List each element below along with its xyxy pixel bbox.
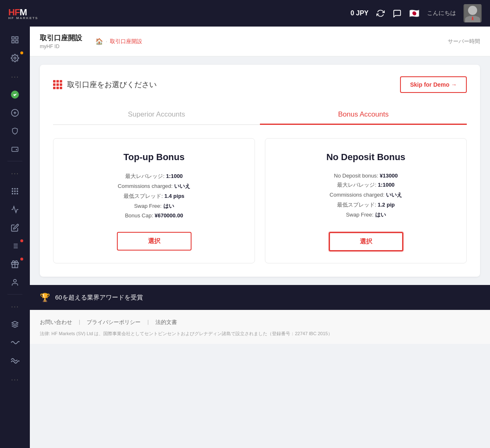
server-time: サーバー時間 — [448, 38, 480, 45]
svg-rect-15 — [17, 190, 18, 192]
sidebar-item-more4[interactable]: ··· — [5, 371, 25, 387]
svg-rect-3 — [16, 41, 18, 43]
account-select-title: 取引口座をお選びください — [67, 80, 157, 90]
greeting-text: こんにちは — [427, 10, 456, 17]
topup-detail-0: 最大レバレッジ: 1:1000 — [65, 173, 243, 180]
svg-rect-10 — [12, 188, 13, 190]
grid-icon — [53, 80, 62, 89]
svg-rect-11 — [14, 188, 15, 190]
settings-dot — [20, 51, 23, 54]
account-title-group: 取引口座をお選びください — [53, 80, 157, 90]
sidebar-item-wave2[interactable] — [5, 353, 25, 369]
sidebar-sep1 — [7, 161, 22, 161]
sidebar-item-chart[interactable] — [5, 201, 25, 218]
nodeposit-detail-2: Commissions charged: いいえ — [277, 191, 455, 199]
sidebar-item-grid[interactable] — [5, 183, 25, 200]
sidebar-item-deposit[interactable] — [5, 105, 25, 121]
footer-link-legal[interactable]: 法的文書 — [155, 319, 177, 326]
avatar[interactable] — [463, 4, 482, 22]
balance-display: 0 JPY — [350, 10, 369, 17]
logo[interactable]: HFM HF MARKETS — [8, 7, 38, 20]
svg-point-4 — [14, 57, 16, 59]
skip-demo-button[interactable]: Skip for Demo → — [400, 76, 467, 93]
footer-link-privacy[interactable]: プライバシーポリシー — [87, 319, 141, 326]
svg-rect-12 — [17, 188, 18, 190]
footer-link-contact[interactable]: お問い合わせ — [40, 319, 72, 326]
nodeposit-select-button[interactable]: 選択 — [329, 232, 403, 251]
flag-icon[interactable]: 🇯🇵 — [409, 8, 420, 18]
sidebar-item-list[interactable] — [5, 238, 25, 254]
sidebar-item-user[interactable] — [5, 274, 25, 291]
svg-rect-13 — [12, 190, 13, 192]
top-navigation: HFM HF MARKETS 0 JPY 🇯🇵 こんにちは — [0, 0, 490, 27]
page-title: 取引口座開設 — [40, 33, 82, 43]
sidebar-item-gift[interactable] — [5, 256, 25, 273]
svg-rect-0 — [12, 37, 15, 39]
page-header: 取引口座開設 myHF ID 🏠 · 取引口座開設 サーバー時間 — [30, 27, 490, 56]
nodeposit-details: No Deposit bonus: ¥13000 最大レバレッジ: 1:1000… — [277, 173, 455, 219]
sidebar-sep2 — [7, 294, 22, 295]
sidebar-item-wave[interactable] — [5, 334, 25, 351]
page-subtitle: myHF ID — [40, 44, 82, 49]
sidebar-item-more3[interactable]: ··· — [5, 298, 25, 314]
nodeposit-detail-0: No Deposit bonus: ¥13000 — [277, 173, 455, 179]
sidebar-item-analytics[interactable] — [5, 32, 25, 48]
sidebar-item-settings[interactable] — [5, 50, 25, 66]
sidebar: ··· ··· — [0, 27, 30, 448]
awards-banner: 🏆 60を超える業界アワードを受賞 — [30, 285, 490, 310]
content-area: 取引口座をお選びください Skip for Demo → Superior Ac… — [30, 56, 490, 285]
topup-detail-1: Commissions charged: いいえ — [65, 183, 243, 190]
trophy-icon: 🏆 — [40, 292, 50, 302]
svg-rect-16 — [12, 193, 13, 194]
topup-detail-3: Swap Free: はい — [65, 202, 243, 210]
topup-title: Top-up Bonus — [124, 152, 184, 163]
topnav-right: 0 JPY 🇯🇵 こんにちは — [350, 4, 482, 22]
nodeposit-detail-1: 最大レバレッジ: 1:1000 — [277, 181, 455, 189]
svg-rect-2 — [12, 41, 15, 43]
nodeposit-detail-3: 最低スプレッド: 1.2 pip — [277, 201, 455, 209]
accounts-row: Top-up Bonus 最大レバレッジ: 1:1000 Commissions… — [53, 138, 467, 263]
nodeposit-detail-4: Swap Free: はい — [277, 211, 455, 219]
footer-links: お問い合わせ | プライバシーポリシー | 法的文書 — [40, 319, 480, 326]
svg-point-27 — [14, 280, 17, 282]
breadcrumb: 🏠 · 取引口座開設 — [95, 38, 142, 45]
sidebar-item-more2[interactable]: ··· — [5, 165, 25, 181]
svg-rect-18 — [17, 193, 18, 194]
svg-rect-1 — [16, 37, 18, 39]
sidebar-item-layers[interactable] — [5, 316, 25, 333]
footer: お問い合わせ | プライバシーポリシー | 法的文書 法律: HF Market… — [30, 310, 490, 344]
footer-legal-text: 法律: HF Markets (SV) Ltd は、国際事業会社としてセントビン… — [40, 330, 480, 337]
sidebar-item-security[interactable] — [5, 123, 25, 139]
svg-marker-28 — [12, 321, 18, 325]
topup-detail-2: 最低スプレッド: 1.4 pips — [65, 192, 243, 200]
refresh-icon[interactable] — [376, 9, 385, 18]
account-box-nodeposit: No Deposit Bonus No Deposit bonus: ¥1300… — [265, 138, 467, 263]
nodeposit-title: No Deposit Bonus — [326, 152, 405, 163]
breadcrumb-sep: · — [106, 38, 107, 44]
account-card-header: 取引口座をお選びください Skip for Demo → — [53, 76, 467, 93]
list-dot — [20, 239, 23, 242]
svg-rect-9 — [12, 147, 18, 152]
home-icon[interactable]: 🏠 — [95, 38, 103, 45]
sidebar-item-wallet[interactable] — [5, 141, 25, 158]
account-box-topup: Top-up Bonus 最大レバレッジ: 1:1000 Commissions… — [53, 138, 255, 263]
logo-subtitle: HF MARKETS — [8, 16, 38, 20]
gift-dot — [20, 258, 23, 261]
main-content: 取引口座開設 myHF ID 🏠 · 取引口座開設 サーバー時間 取引口座をお選… — [30, 27, 490, 448]
sidebar-item-more1[interactable]: ··· — [5, 68, 25, 85]
sidebar-item-edit[interactable] — [5, 219, 25, 236]
topup-detail-4: Bonus Cap: ¥670000.00 — [65, 212, 243, 219]
breadcrumb-link[interactable]: 取引口座開設 — [110, 38, 142, 45]
topup-details: 最大レバレッジ: 1:1000 Commissions charged: いいえ… — [65, 173, 243, 219]
svg-rect-14 — [14, 190, 15, 192]
page-title-block: 取引口座開設 myHF ID — [40, 33, 82, 49]
account-tabs: Superior Accounts Bonus Accounts — [53, 105, 467, 125]
message-icon[interactable] — [393, 9, 402, 18]
account-card: 取引口座をお選びください Skip for Demo → Superior Ac… — [40, 65, 480, 277]
sidebar-item-green[interactable] — [5, 86, 25, 103]
awards-text: 60を超える業界アワードを受賞 — [55, 294, 143, 302]
tab-superior-accounts[interactable]: Superior Accounts — [53, 105, 260, 124]
topup-select-button[interactable]: 選択 — [117, 232, 192, 251]
tab-bonus-accounts[interactable]: Bonus Accounts — [260, 105, 467, 124]
svg-rect-17 — [14, 193, 15, 194]
